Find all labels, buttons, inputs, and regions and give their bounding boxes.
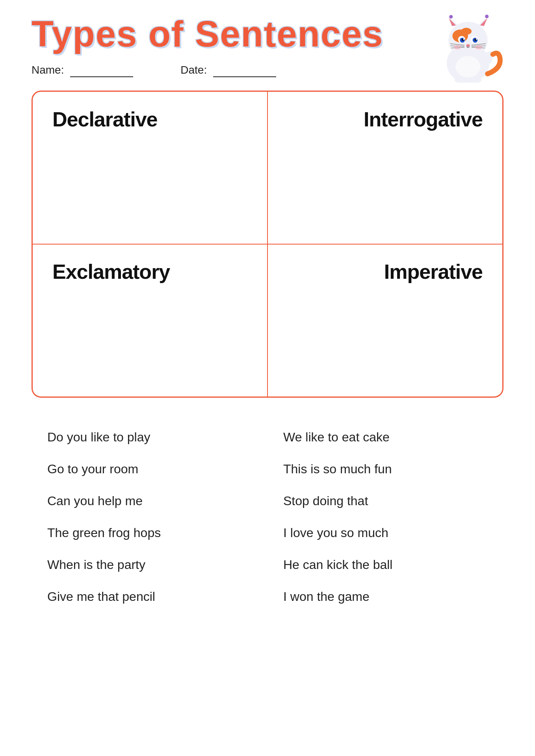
- page-header: Types of Sentences Name: Date:: [32, 16, 503, 83]
- svg-point-14: [463, 39, 464, 40]
- sentences-area: Do you like to play Go to your room Can …: [32, 421, 503, 613]
- date-field-group: Date:: [180, 64, 276, 77]
- list-item[interactable]: Do you like to play: [47, 421, 252, 453]
- list-item[interactable]: This is so much fun: [283, 453, 488, 485]
- list-item[interactable]: Stop doing that: [283, 485, 488, 517]
- quadrant-box: Declarative Interrogative Exclamatory Im…: [32, 91, 503, 398]
- svg-marker-3: [449, 18, 456, 26]
- list-item[interactable]: Give me that pencil: [47, 581, 252, 613]
- svg-point-23: [454, 45, 461, 50]
- name-underline: [70, 64, 133, 77]
- svg-point-34: [485, 15, 489, 18]
- cat-svg: [433, 12, 503, 83]
- quadrant-interrogative: Interrogative: [268, 92, 502, 244]
- list-item[interactable]: When is the party: [47, 549, 252, 581]
- list-item[interactable]: The green frog hops: [47, 517, 252, 549]
- list-item[interactable]: I won the game: [283, 581, 488, 613]
- svg-point-30: [456, 56, 481, 78]
- declarative-label: Declarative: [52, 107, 158, 131]
- svg-point-7: [461, 28, 472, 35]
- quadrant-imperative: Imperative: [268, 244, 502, 397]
- exclamatory-label: Exclamatory: [52, 260, 170, 284]
- svg-point-15: [476, 39, 477, 40]
- quadrant-exclamatory: Exclamatory: [33, 244, 268, 397]
- list-item[interactable]: Go to your room: [47, 453, 252, 485]
- name-label: Name:: [32, 64, 64, 76]
- quadrant-declarative: Declarative: [33, 92, 268, 244]
- svg-marker-5: [480, 18, 487, 26]
- date-underline: [213, 64, 276, 77]
- title-text: Types of Sentences: [32, 14, 383, 54]
- cat-icon: [433, 12, 503, 83]
- name-date-row: Name: Date:: [32, 64, 383, 77]
- page-title: Types of Sentences: [32, 16, 383, 52]
- svg-point-1: [449, 22, 488, 59]
- date-label: Date:: [180, 64, 207, 76]
- list-item[interactable]: I love you so much: [283, 517, 488, 549]
- sentences-left-col: Do you like to play Go to your room Can …: [32, 421, 268, 613]
- title-area: Types of Sentences Name: Date:: [32, 16, 383, 77]
- list-item[interactable]: We like to eat cake: [283, 421, 488, 453]
- svg-point-16: [466, 44, 470, 46]
- name-field-group: Name:: [32, 64, 133, 77]
- list-item[interactable]: He can kick the ball: [283, 549, 488, 581]
- svg-point-33: [449, 15, 453, 19]
- imperative-label: Imperative: [287, 260, 483, 284]
- sentences-right-col: We like to eat cake This is so much fun …: [268, 421, 503, 613]
- interrogative-label: Interrogative: [287, 107, 483, 131]
- svg-point-24: [475, 45, 482, 50]
- list-item[interactable]: Can you help me: [47, 485, 252, 517]
